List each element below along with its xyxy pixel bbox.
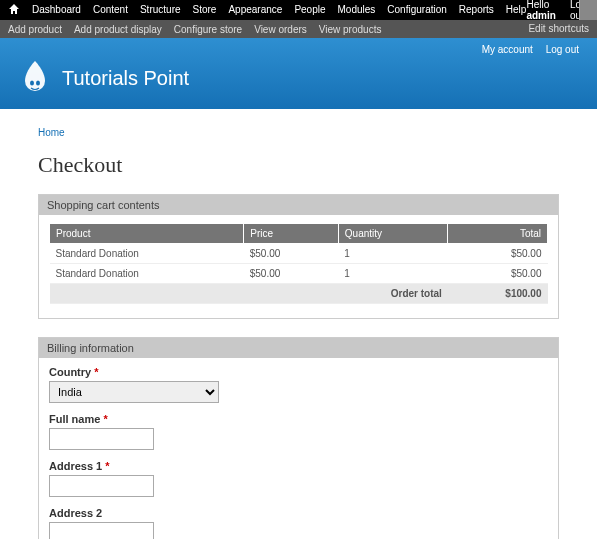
address2-input[interactable] (49, 522, 154, 539)
col-total: Total (448, 224, 548, 244)
cart-panel: Shopping cart contents Product Price Qua… (38, 194, 559, 319)
shortcut-configure-store[interactable]: Configure store (174, 24, 242, 35)
shortcut-list: Add product Add product display Configur… (8, 23, 381, 35)
edit-shortcuts-link[interactable]: Edit shortcuts (528, 23, 589, 35)
main-content: Home Checkout Shopping cart contents Pro… (0, 109, 597, 539)
cart-table: Product Price Quantity Total Standard Do… (49, 223, 548, 304)
address1-label: Address 1 * (49, 460, 548, 472)
billing-panel: Billing information Country * India Full… (38, 337, 559, 539)
address1-input[interactable] (49, 475, 154, 497)
table-row: Standard Donation $50.00 1 $50.00 (50, 264, 548, 284)
address2-field: Address 2 (49, 507, 548, 539)
home-icon (8, 3, 20, 15)
user-links: My account Log out (18, 44, 579, 59)
admin-menu: Dashboard Content Structure Store Appear… (0, 0, 597, 20)
cart-panel-header: Shopping cart contents (39, 195, 558, 215)
order-total-row: Order total $100.00 (50, 284, 548, 304)
admin-menu-list: Dashboard Content Structure Store Appear… (8, 3, 526, 17)
admin-menu-help[interactable]: Help (506, 4, 527, 15)
shortcut-add-product-display[interactable]: Add product display (74, 24, 162, 35)
svg-point-1 (36, 81, 40, 86)
svg-point-0 (30, 81, 34, 86)
drupal-logo-icon (18, 59, 52, 97)
admin-menu-people[interactable]: People (294, 4, 325, 15)
hello-text: Hello admin (526, 0, 558, 21)
branding: Tutorials Point (18, 59, 579, 97)
shortcut-add-product[interactable]: Add product (8, 24, 62, 35)
order-total-label: Order total (338, 284, 448, 304)
col-price: Price (244, 224, 339, 244)
shortcut-view-products[interactable]: View products (319, 24, 382, 35)
admin-menu-dashboard[interactable]: Dashboard (32, 4, 81, 15)
admin-menu-appearance[interactable]: Appearance (228, 4, 282, 15)
admin-menu-store[interactable]: Store (193, 4, 217, 15)
chevron-down-icon[interactable] (579, 0, 597, 20)
shortcut-view-orders[interactable]: View orders (254, 24, 307, 35)
breadcrumb: Home (38, 127, 559, 138)
col-product: Product (50, 224, 244, 244)
admin-menu-content[interactable]: Content (93, 4, 128, 15)
site-header: My account Log out Tutorials Point (0, 38, 597, 109)
my-account-link[interactable]: My account (482, 44, 533, 55)
billing-panel-header: Billing information (39, 338, 558, 358)
site-name: Tutorials Point (62, 67, 189, 90)
order-total-value: $100.00 (448, 284, 548, 304)
admin-menu-reports[interactable]: Reports (459, 4, 494, 15)
fullname-label: Full name * (49, 413, 548, 425)
country-select[interactable]: India (49, 381, 219, 403)
header-logout-link[interactable]: Log out (546, 44, 579, 55)
table-row: Standard Donation $50.00 1 $50.00 (50, 244, 548, 264)
breadcrumb-home[interactable]: Home (38, 127, 65, 138)
country-field: Country * India (49, 366, 548, 403)
admin-menu-structure[interactable]: Structure (140, 4, 181, 15)
col-qty: Quantity (338, 224, 448, 244)
address1-field: Address 1 * (49, 460, 548, 497)
admin-menu-configuration[interactable]: Configuration (387, 4, 446, 15)
admin-menu-modules[interactable]: Modules (338, 4, 376, 15)
fullname-input[interactable] (49, 428, 154, 450)
shortcut-bar: Add product Add product display Configur… (0, 20, 597, 38)
address2-label: Address 2 (49, 507, 548, 519)
fullname-field: Full name * (49, 413, 548, 450)
country-label: Country * (49, 366, 548, 378)
page-title: Checkout (38, 152, 559, 178)
